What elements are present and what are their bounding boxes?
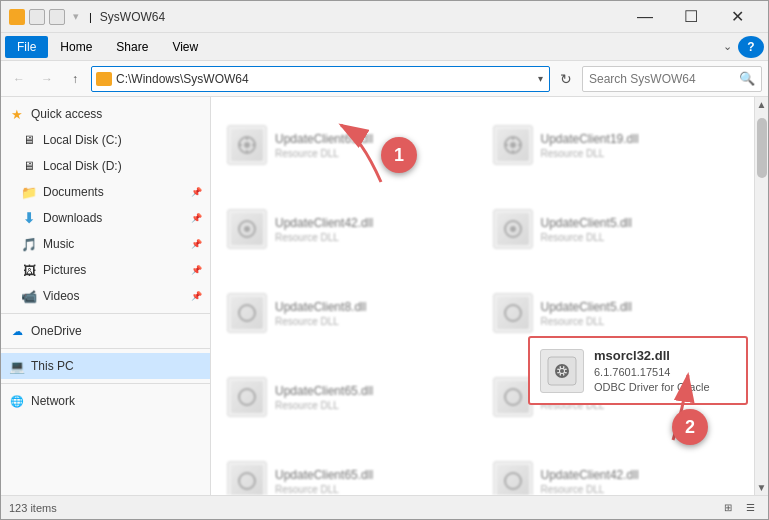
- maximize-button[interactable]: ☐: [668, 1, 714, 33]
- scroll-down-arrow[interactable]: ▼: [757, 482, 767, 493]
- sidebar-label-onedrive: OneDrive: [31, 324, 202, 338]
- documents-icon: 📁: [21, 184, 37, 200]
- title-bar: ▾ | SysWOW64 — ☐ ✕: [1, 1, 768, 33]
- svg-point-21: [505, 473, 521, 489]
- scroll-up-arrow[interactable]: ▲: [757, 99, 767, 110]
- sidebar-item-music[interactable]: 🎵 Music 📌: [1, 231, 210, 257]
- menu-home[interactable]: Home: [48, 36, 104, 58]
- file-explorer-window: ▾ | SysWOW64 — ☐ ✕ File Home Share View …: [0, 0, 769, 520]
- dll-file-icon: [493, 461, 533, 495]
- svg-point-15: [510, 226, 516, 232]
- sidebar-item-local-disk-d[interactable]: 🖥 Local Disk (D:): [1, 153, 210, 179]
- file-type: Resource DLL: [541, 148, 639, 159]
- list-item[interactable]: UpdateClient8.dll Resource DLL: [219, 273, 481, 353]
- pin-icon-videos: 📌: [191, 291, 202, 301]
- dll-file-icon: [227, 461, 267, 495]
- menu-view[interactable]: View: [160, 36, 210, 58]
- file-info: UpdateClient19.dll Resource DLL: [541, 132, 639, 159]
- svg-point-18: [239, 389, 255, 405]
- highlighted-file-description: ODBC Driver for Oracle: [594, 381, 710, 393]
- sidebar-item-quick-access[interactable]: ★ Quick access: [1, 101, 210, 127]
- sidebar-item-pictures[interactable]: 🖼 Pictures 📌: [1, 257, 210, 283]
- file-name: UpdateClient8.dll: [275, 300, 366, 314]
- dll-file-icon: [227, 377, 267, 417]
- address-folder-icon: [96, 72, 112, 86]
- menu-share[interactable]: Share: [104, 36, 160, 58]
- onedrive-icon: ☁: [9, 323, 25, 339]
- view-icons: ⊞ ☰: [718, 499, 760, 517]
- list-item[interactable]: UpdateClient65.dll Resource DLL: [219, 105, 481, 185]
- list-item[interactable]: UpdateClient42.dll Resource DLL: [485, 441, 747, 495]
- minimize-button[interactable]: —: [622, 1, 668, 33]
- sidebar-item-onedrive[interactable]: ☁ OneDrive: [1, 318, 210, 344]
- separator-bar: |: [89, 11, 92, 23]
- dll-file-icon: [493, 209, 533, 249]
- annotation-number-1: 1: [394, 145, 404, 166]
- highlighted-file-version: 6.1.7601.17514: [594, 366, 710, 378]
- scrollbar-thumb[interactable]: [757, 118, 767, 178]
- menu-file[interactable]: File: [5, 36, 48, 58]
- dll-file-icon: [493, 377, 533, 417]
- file-type: Resource DLL: [275, 232, 373, 243]
- sidebar-item-this-pc[interactable]: 💻 This PC: [1, 353, 210, 379]
- dll-icon-inner: [497, 213, 529, 245]
- list-item[interactable]: UpdateClient19.dll Resource DLL: [485, 105, 747, 185]
- pin-icon-documents: 📌: [191, 187, 202, 197]
- help-button[interactable]: ?: [738, 36, 764, 58]
- file-info: UpdateClient42.dll Resource DLL: [275, 216, 373, 243]
- file-type: Resource DLL: [541, 484, 639, 495]
- sidebar-divider-1: [1, 313, 210, 314]
- file-name: UpdateClient42.dll: [275, 216, 373, 230]
- dll-file-icon: [227, 293, 267, 333]
- sidebar-divider-3: [1, 383, 210, 384]
- dll-icon-inner: [231, 129, 263, 161]
- file-type: Resource DLL: [541, 232, 632, 243]
- svg-point-16: [239, 305, 255, 321]
- address-dropdown-arrow[interactable]: ▾: [536, 73, 545, 84]
- title-bar-arrow: ▾: [73, 10, 79, 23]
- disk-c-icon: 🖥: [21, 132, 37, 148]
- list-item[interactable]: UpdateClient42.dll Resource DLL: [219, 189, 481, 269]
- highlighted-file-icon: [540, 349, 584, 393]
- network-icon: 🌐: [9, 393, 25, 409]
- file-info: UpdateClient42.dll Resource DLL: [541, 468, 639, 495]
- sidebar-item-videos[interactable]: 📹 Videos 📌: [1, 283, 210, 309]
- sidebar-label-documents: Documents: [43, 185, 185, 199]
- view-details-button[interactable]: ⊞: [718, 499, 738, 517]
- address-input-wrap: ▾: [91, 66, 550, 92]
- menu-expand-icon[interactable]: ⌄: [717, 40, 738, 53]
- list-item[interactable]: UpdateClient65.dll Resource DLL: [219, 357, 481, 437]
- search-icon[interactable]: 🔍: [739, 71, 755, 86]
- window-icon-yellow: [9, 9, 25, 25]
- list-item[interactable]: UpdateClient5.dll Resource DLL: [485, 189, 747, 269]
- file-info: UpdateClient5.dll Resource DLL: [541, 216, 632, 243]
- dll-file-icon: [493, 293, 533, 333]
- file-info: UpdateClient65.dll Resource DLL: [275, 384, 373, 411]
- refresh-button[interactable]: ↻: [554, 67, 578, 91]
- sidebar-item-local-disk-c[interactable]: 🖥 Local Disk (C:): [1, 127, 210, 153]
- dll-icon-inner: [497, 465, 529, 495]
- close-button[interactable]: ✕: [714, 1, 760, 33]
- search-input[interactable]: [589, 72, 739, 86]
- back-button[interactable]: ←: [7, 67, 31, 91]
- sidebar-label-quick-access: Quick access: [31, 107, 202, 121]
- annotation-number-2: 2: [685, 417, 695, 438]
- sidebar-item-documents[interactable]: 📁 Documents 📌: [1, 179, 210, 205]
- address-input[interactable]: [116, 72, 536, 86]
- highlighted-file-name: msorcl32.dll: [594, 348, 710, 363]
- sidebar-label-pictures: Pictures: [43, 263, 185, 277]
- sidebar-item-network[interactable]: 🌐 Network: [1, 388, 210, 414]
- up-button[interactable]: ↑: [63, 67, 87, 91]
- sidebar-item-downloads[interactable]: ⬇ Downloads 📌: [1, 205, 210, 231]
- sidebar: ★ Quick access 🖥 Local Disk (C:) 🖥 Local…: [1, 97, 211, 495]
- sidebar-label-local-disk-c: Local Disk (C:): [43, 133, 202, 147]
- view-list-button[interactable]: ☰: [740, 499, 760, 517]
- list-item[interactable]: UpdateClient65.dll Resource DLL: [219, 441, 481, 495]
- pin-icon-music: 📌: [191, 239, 202, 249]
- svg-point-1: [244, 142, 250, 148]
- sidebar-label-local-disk-d: Local Disk (D:): [43, 159, 202, 173]
- this-pc-icon: 💻: [9, 358, 25, 374]
- highlighted-file-item[interactable]: msorcl32.dll 6.1.7601.17514 ODBC Driver …: [528, 336, 748, 405]
- scrollbar-track[interactable]: ▲ ▼: [754, 97, 768, 495]
- forward-button[interactable]: →: [35, 67, 59, 91]
